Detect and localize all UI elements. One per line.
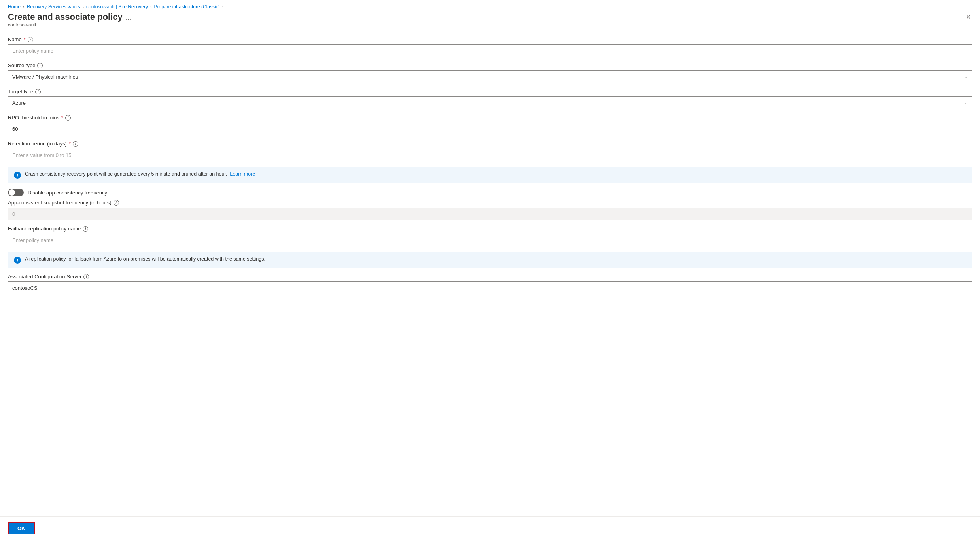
breadcrumb: Home › Recovery Services vaults › contos… <box>0 0 980 12</box>
target-type-select[interactable]: Azure <box>8 96 972 109</box>
target-type-group: Target type i Azure ⌄ <box>8 89 972 109</box>
crash-consistency-banner: i Crash consistency recovery point will … <box>8 167 972 183</box>
rpo-input[interactable] <box>8 123 972 135</box>
source-type-group: Source type i VMware / Physical machines… <box>8 62 972 83</box>
associated-cs-info-icon: i <box>83 274 89 279</box>
rpo-field-group: RPO threshold in mins * i <box>8 115 972 135</box>
breadcrumb-sep-4: › <box>222 4 224 9</box>
retention-label: Retention period (in days) * i <box>8 141 972 147</box>
crash-banner-learn-more-link[interactable]: Learn more <box>230 171 255 177</box>
app-consistency-toggle-row: Disable app consistency frequency <box>8 189 972 196</box>
failback-banner-info-icon: i <box>14 257 21 264</box>
rpo-required: * <box>61 115 63 121</box>
breadcrumb-sep-2: › <box>82 4 84 9</box>
source-type-select[interactable]: VMware / Physical machines <box>8 70 972 83</box>
target-type-info-icon: i <box>35 89 41 94</box>
failback-banner-text: A replication policy for failback from A… <box>25 256 265 262</box>
name-label: Name * i <box>8 36 972 42</box>
page-title: Create and associate policy <box>8 12 123 22</box>
breadcrumb-prepare-infra[interactable]: Prepare infrastructure (Classic) <box>154 4 220 9</box>
rpo-label: RPO threshold in mins * i <box>8 115 972 121</box>
associated-cs-label: Associated Configuration Server i <box>8 274 972 279</box>
retention-info-icon: i <box>73 141 78 147</box>
target-type-label: Target type i <box>8 89 972 94</box>
target-type-select-wrapper: Azure ⌄ <box>8 96 972 109</box>
source-type-label: Source type i <box>8 62 972 68</box>
breadcrumb-contoso-vault[interactable]: contoso-vault | Site Recovery <box>86 4 148 9</box>
app-consistency-toggle[interactable] <box>8 189 24 196</box>
name-info-icon: i <box>28 37 33 42</box>
crash-banner-text: Crash consistency recovery point will be… <box>25 171 255 177</box>
page-subtitle: contoso-vault <box>8 22 131 28</box>
retention-required: * <box>69 141 71 147</box>
source-type-select-wrapper: VMware / Physical machines ⌄ <box>8 70 972 83</box>
failback-info-icon: i <box>83 226 88 232</box>
associated-cs-input[interactable] <box>8 281 972 294</box>
associated-cs-group: Associated Configuration Server i <box>8 274 972 294</box>
retention-input[interactable] <box>8 149 972 161</box>
source-type-info-icon: i <box>37 63 43 68</box>
toggle-track <box>8 189 24 196</box>
retention-field-group: Retention period (in days) * i <box>8 141 972 161</box>
close-button[interactable]: × <box>965 12 972 22</box>
name-field-group: Name * i <box>8 36 972 57</box>
failback-banner: i A replication policy for failback from… <box>8 252 972 268</box>
rpo-info-icon: i <box>65 115 71 121</box>
app-snapshot-group: App-consistent snapshot frequency (in ho… <box>8 200 972 220</box>
crash-banner-info-icon: i <box>14 172 21 179</box>
app-snapshot-info-icon: i <box>114 200 119 206</box>
breadcrumb-sep-1: › <box>23 4 25 9</box>
toggle-thumb <box>9 189 15 196</box>
name-required: * <box>24 36 26 42</box>
failback-field-group: Failback replication policy name i <box>8 226 972 246</box>
breadcrumb-sep-3: › <box>150 4 152 9</box>
failback-input[interactable] <box>8 234 972 246</box>
failback-label: Failback replication policy name i <box>8 226 972 232</box>
app-snapshot-label: App-consistent snapshot frequency (in ho… <box>8 200 972 206</box>
page-ellipsis-menu[interactable]: ... <box>126 14 131 21</box>
name-input[interactable] <box>8 44 972 57</box>
toggle-label: Disable app consistency frequency <box>28 190 107 196</box>
breadcrumb-home[interactable]: Home <box>8 4 21 9</box>
breadcrumb-recovery-vaults[interactable]: Recovery Services vaults <box>27 4 80 9</box>
app-snapshot-input[interactable] <box>8 208 972 220</box>
